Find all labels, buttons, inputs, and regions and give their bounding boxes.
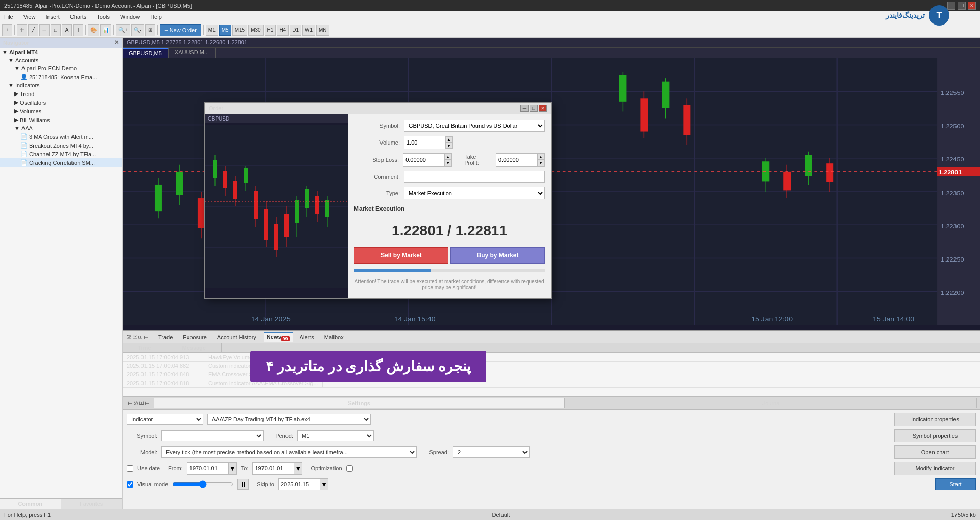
- term-tab-exposure[interactable]: Exposure: [180, 333, 209, 341]
- nav-item-alpari-ecn[interactable]: ▼Alpari-Pro.ECN-Demo: [0, 64, 122, 73]
- toolbar-label[interactable]: T: [73, 24, 83, 36]
- toolbar-text[interactable]: A: [62, 24, 72, 36]
- new-order-button[interactable]: + New Order: [160, 24, 201, 36]
- menu-tools[interactable]: Tools: [94, 13, 112, 21]
- tp-up-button[interactable]: ▲: [537, 154, 544, 160]
- nav-item-breakout[interactable]: 📄Breakout Zones MT4 by...: [0, 141, 122, 150]
- tf-m15[interactable]: M15: [232, 25, 247, 36]
- order-close-button[interactable]: ✕: [539, 105, 547, 112]
- spread-select[interactable]: 2: [453, 446, 530, 458]
- pause-button[interactable]: ⏸: [237, 479, 249, 490]
- toolbar-color[interactable]: 🎨: [88, 24, 99, 36]
- tf-h1[interactable]: H1: [265, 25, 276, 36]
- indicator-properties-button[interactable]: Indicator properties: [894, 413, 976, 426]
- to-input[interactable]: [253, 463, 294, 474]
- volume-down-button[interactable]: ▼: [445, 143, 452, 149]
- indicator-name-select[interactable]: AAA\ZP Day Trading MT4 by TFlab.ex4: [207, 414, 371, 425]
- sl-up-button[interactable]: ▲: [444, 154, 451, 160]
- menu-window[interactable]: Window: [118, 13, 142, 21]
- navigator-close-icon[interactable]: ✕: [114, 39, 119, 46]
- toolbar-rect[interactable]: □: [51, 24, 61, 36]
- modify-indicator-button[interactable]: Modify indicator: [894, 462, 976, 475]
- term-tab-news[interactable]: News99: [264, 332, 293, 342]
- to-calendar-button[interactable]: ▼: [294, 463, 302, 474]
- order-sl-input[interactable]: [403, 154, 444, 166]
- menu-help[interactable]: Help: [148, 13, 164, 21]
- term-tab-history[interactable]: Account History: [214, 333, 259, 341]
- nav-item-account-user[interactable]: 👤251718485: Koosha Ema...: [0, 73, 122, 81]
- from-calendar-button[interactable]: ▼: [228, 463, 236, 474]
- toolbar-hline[interactable]: ─: [39, 24, 50, 36]
- skip-to-input[interactable]: [279, 479, 320, 490]
- nav-item-volumes[interactable]: ▶Volumes: [0, 107, 122, 115]
- toolbar-zoom-in[interactable]: 🔍+: [116, 24, 130, 36]
- period-select[interactable]: M1: [297, 430, 374, 441]
- nav-item-oscillators[interactable]: ▶Oscillators: [0, 98, 122, 107]
- nav-tab-common[interactable]: Common: [0, 499, 61, 509]
- sell-by-market-button[interactable]: Sell by Market: [354, 247, 448, 264]
- toolbar-period[interactable]: 📊: [100, 24, 111, 36]
- menu-view[interactable]: View: [21, 13, 38, 21]
- term-tab-mailbox[interactable]: Mailbox: [321, 333, 347, 341]
- toolbar-line[interactable]: ╱: [28, 24, 38, 36]
- chart-tab-xauusd[interactable]: XAUUSD,M...: [169, 48, 216, 58]
- order-symbol-select[interactable]: GBPUSD, Great Britain Pound vs US Dollar: [404, 120, 545, 132]
- open-chart-button[interactable]: Open chart: [894, 445, 976, 459]
- menu-charts[interactable]: Charts: [68, 13, 88, 21]
- nav-item-indicators[interactable]: ▼Indicators: [0, 81, 122, 89]
- model-select[interactable]: Every tick (the most precise method base…: [161, 446, 417, 458]
- menu-file[interactable]: File: [2, 13, 15, 21]
- svg-rect-14: [155, 185, 162, 211]
- start-button[interactable]: Start: [935, 478, 976, 490]
- nav-item-trend[interactable]: ▶Trend: [0, 89, 122, 98]
- toolbar-crosshair[interactable]: ✛: [17, 24, 27, 36]
- visual-mode-checkbox[interactable]: [127, 481, 133, 488]
- optimization-checkbox[interactable]: [346, 465, 353, 472]
- skip-calendar-button[interactable]: ▼: [320, 479, 328, 490]
- tf-h4[interactable]: H4: [277, 25, 289, 36]
- symbol-properties-button[interactable]: Symbol properties: [894, 429, 976, 442]
- term-tab-trade[interactable]: Trade: [155, 333, 176, 341]
- svg-rect-88: [305, 189, 309, 208]
- toolbar-zoom-out[interactable]: 🔍-: [131, 24, 144, 36]
- nav-item-alpari[interactable]: ▼Alpari MT4: [0, 48, 122, 56]
- restore-button[interactable]: ❐: [958, 2, 966, 10]
- use-date-checkbox[interactable]: [127, 465, 133, 472]
- buy-by-market-button[interactable]: Buy by Market: [450, 247, 545, 264]
- volume-up-button[interactable]: ▲: [445, 136, 452, 143]
- chart-tab-gbpusd[interactable]: GBPUSD,M5: [123, 48, 169, 58]
- tf-w1[interactable]: W1: [302, 25, 315, 36]
- order-minimize-button[interactable]: ─: [520, 105, 529, 112]
- toolbar-new-button[interactable]: +: [2, 24, 12, 36]
- visual-mode-slider[interactable]: [172, 480, 233, 488]
- order-type-select[interactable]: Market Execution: [404, 187, 545, 199]
- symbol-select[interactable]: [161, 430, 264, 441]
- tp-down-button[interactable]: ▼: [537, 160, 544, 166]
- tester-tab-journal[interactable]: Journal: [567, 398, 977, 408]
- menu-insert[interactable]: Insert: [43, 13, 62, 21]
- term-tab-alerts[interactable]: Alerts: [297, 333, 317, 341]
- tf-m5[interactable]: M5: [219, 25, 231, 36]
- nav-item-bill-williams[interactable]: ▶Bill Williams: [0, 115, 122, 124]
- tf-d1[interactable]: D1: [290, 25, 301, 36]
- nav-item-accounts[interactable]: ▼Accounts: [0, 56, 122, 64]
- order-volume-input[interactable]: [404, 137, 445, 148]
- close-button[interactable]: ✕: [968, 2, 976, 10]
- from-input[interactable]: [187, 463, 228, 474]
- toolbar-fit[interactable]: ⊞: [145, 24, 155, 36]
- tf-m30[interactable]: M30: [248, 25, 263, 36]
- nav-tab-favorites[interactable]: Favorites: [61, 499, 123, 509]
- tf-m1[interactable]: M1: [206, 25, 218, 36]
- nav-item-cracking[interactable]: 📄Cracking Correlation SM...: [0, 158, 122, 167]
- nav-item-3ma[interactable]: 📄3 MA Cross with Alert m...: [0, 132, 122, 141]
- order-comment-input[interactable]: [404, 171, 545, 183]
- order-sl-group: ▲ ▼: [403, 153, 452, 167]
- tf-mn[interactable]: MN: [316, 25, 329, 36]
- nav-item-channel[interactable]: 📄Channel ZZ MT4 by TFla...: [0, 150, 122, 158]
- order-tp-input[interactable]: [496, 154, 537, 166]
- indicator-type-select[interactable]: Indicator: [127, 414, 203, 425]
- nav-item-aaa[interactable]: ▼AAA: [0, 124, 122, 132]
- tester-tab-settings[interactable]: Settings: [154, 398, 565, 408]
- order-maximize-button[interactable]: □: [530, 105, 538, 112]
- sl-down-button[interactable]: ▼: [444, 160, 451, 166]
